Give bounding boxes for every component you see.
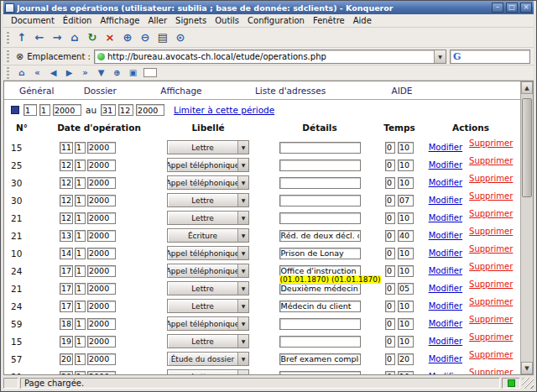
year-input[interactable] xyxy=(87,353,116,365)
day-input[interactable] xyxy=(60,283,73,295)
month-input[interactable] xyxy=(75,301,86,312)
nav-link[interactable]: Général xyxy=(19,86,54,96)
forward-fast-icon[interactable]: » xyxy=(78,66,92,79)
operation-type-select[interactable]: Lettre ▼ xyxy=(167,369,249,374)
month-input[interactable] xyxy=(75,159,86,171)
home-icon[interactable]: ⌂ xyxy=(66,29,83,46)
search-combo[interactable]: G ▼ xyxy=(450,50,530,64)
year-input[interactable] xyxy=(87,230,116,242)
details-input[interactable] xyxy=(279,318,361,330)
zoom-in-icon[interactable]: ⊕ xyxy=(119,29,136,46)
titlebar[interactable]: Journal des opérations (utilisateur: sub… xyxy=(3,1,534,14)
day-input[interactable] xyxy=(60,371,73,375)
month-input[interactable] xyxy=(75,177,86,189)
delete-link[interactable]: Supprimer xyxy=(469,315,513,324)
month-input[interactable] xyxy=(75,248,86,259)
year-input[interactable] xyxy=(87,318,116,330)
details-input[interactable] xyxy=(279,336,361,348)
operation-type-select[interactable]: Appel téléphonique ▼ xyxy=(167,316,249,331)
day-input[interactable] xyxy=(60,301,73,312)
operation-type-select[interactable]: Appel téléphonique ▼ xyxy=(167,158,249,172)
hours-input[interactable] xyxy=(385,371,395,375)
menu-item[interactable]: Signets xyxy=(171,15,211,26)
details-input[interactable] xyxy=(279,283,361,295)
year-input[interactable] xyxy=(87,142,116,154)
modify-link[interactable]: Modifier xyxy=(429,231,462,240)
delete-link[interactable]: Supprimer xyxy=(469,156,513,165)
modify-link[interactable]: Modifier xyxy=(429,354,462,363)
year-input[interactable] xyxy=(87,195,116,206)
minutes-input[interactable] xyxy=(398,230,414,242)
year-input[interactable] xyxy=(87,301,116,312)
zoom-out-icon[interactable]: ⊖ xyxy=(137,29,154,46)
nav-link[interactable]: Affichage xyxy=(160,86,201,96)
minutes-input[interactable] xyxy=(398,336,414,348)
menu-item[interactable]: Aller xyxy=(143,15,171,26)
toolbar-handle[interactable] xyxy=(7,50,9,62)
period-to-month[interactable] xyxy=(118,104,133,116)
operation-type-select[interactable]: Lettre ▼ xyxy=(167,193,249,207)
hours-input[interactable] xyxy=(385,301,395,312)
operation-type-select[interactable]: Appel téléphonique ▼ xyxy=(167,175,249,190)
menu-item[interactable]: Affichage xyxy=(96,15,143,26)
minutes-input[interactable] xyxy=(398,248,414,259)
minutes-input[interactable] xyxy=(398,212,414,224)
url-combo[interactable]: ▼ xyxy=(94,50,446,64)
delete-link[interactable]: Supprimer xyxy=(469,297,513,306)
details-input[interactable] xyxy=(279,371,361,375)
minutes-input[interactable] xyxy=(398,177,414,189)
day-input[interactable] xyxy=(60,212,73,224)
details-input[interactable] xyxy=(279,195,361,206)
delete-link[interactable]: Supprimer xyxy=(469,174,513,183)
month-input[interactable] xyxy=(75,195,86,206)
details-input[interactable] xyxy=(279,212,361,224)
minutes-input[interactable] xyxy=(398,371,414,375)
delete-link[interactable]: Supprimer xyxy=(469,139,513,148)
day-input[interactable] xyxy=(60,248,73,259)
delete-link[interactable]: Supprimer xyxy=(469,332,513,342)
hours-input[interactable] xyxy=(385,159,395,171)
hours-input[interactable] xyxy=(385,318,395,330)
operation-type-select[interactable]: Étude du dossier ▼ xyxy=(167,352,249,366)
modify-link[interactable]: Modifier xyxy=(429,248,462,258)
month-input[interactable] xyxy=(75,371,86,375)
maximize-button[interactable]: □ xyxy=(506,3,518,13)
minutes-input[interactable] xyxy=(398,265,414,277)
resize-grip[interactable] xyxy=(522,378,534,389)
find-icon[interactable]: ⊙ xyxy=(172,29,189,46)
minutes-input[interactable] xyxy=(398,301,414,312)
tool-icon[interactable]: ▣ xyxy=(126,66,140,79)
details-input[interactable] xyxy=(279,142,361,154)
operation-type-select[interactable]: Lettre ▼ xyxy=(167,211,249,225)
delete-link[interactable]: Supprimer xyxy=(469,262,513,271)
scrollbar-track[interactable] xyxy=(521,94,533,362)
modify-link[interactable]: Modifier xyxy=(429,372,462,374)
period-to-year[interactable] xyxy=(136,104,164,116)
year-input[interactable] xyxy=(87,177,116,189)
modify-link[interactable]: Modifier xyxy=(429,319,462,328)
reload-icon[interactable]: ↻ xyxy=(84,29,101,46)
hours-input[interactable] xyxy=(385,353,395,365)
down-icon[interactable]: ▼ xyxy=(94,66,108,79)
up-icon[interactable]: ↑ xyxy=(13,29,30,46)
nav-link[interactable]: AIDE xyxy=(391,86,412,96)
hours-input[interactable] xyxy=(385,212,395,224)
modify-link[interactable]: Modifier xyxy=(429,301,462,311)
home-icon[interactable]: ⌂ xyxy=(14,66,29,79)
details-input[interactable] xyxy=(279,230,361,242)
delete-link[interactable]: Supprimer xyxy=(469,368,513,374)
month-input[interactable] xyxy=(75,353,86,365)
day-input[interactable] xyxy=(60,142,73,154)
day-input[interactable] xyxy=(60,159,73,171)
operation-type-select[interactable]: Appel téléphonique ▼ xyxy=(167,264,249,278)
year-input[interactable] xyxy=(87,248,116,259)
month-input[interactable] xyxy=(75,283,86,295)
hours-input[interactable] xyxy=(385,142,395,154)
delete-link[interactable]: Supprimer xyxy=(469,191,513,201)
menu-item[interactable]: Outils xyxy=(211,15,243,26)
menu-item[interactable]: Configuration xyxy=(243,15,309,26)
details-input[interactable] xyxy=(279,177,361,189)
operation-type-select[interactable]: Lettre ▼ xyxy=(167,299,249,313)
minutes-input[interactable] xyxy=(398,283,414,295)
delete-link[interactable]: Supprimer xyxy=(469,350,513,359)
